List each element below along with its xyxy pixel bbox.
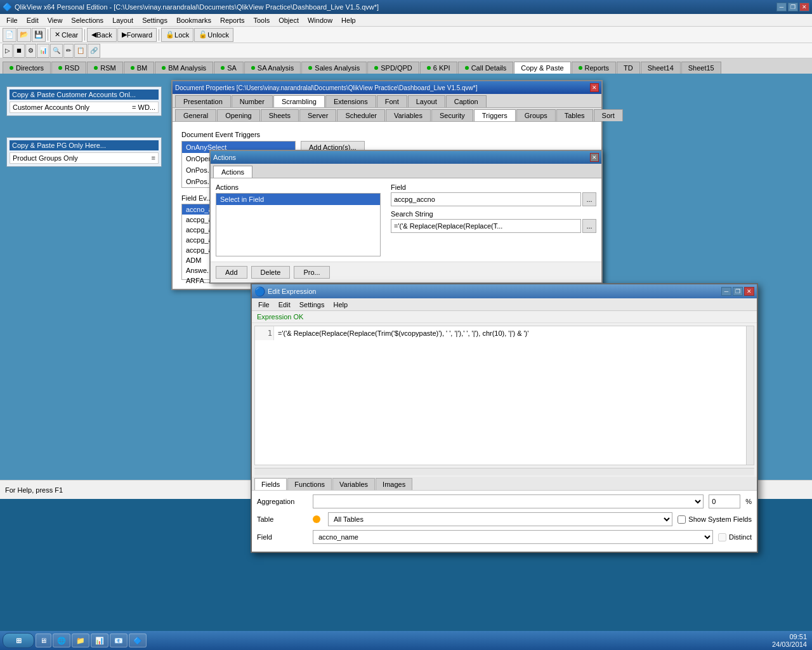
tab-sa-analysis[interactable]: SA Analysis <box>244 62 301 74</box>
expr-menu-file[interactable]: File <box>254 300 273 309</box>
menu-view[interactable]: View <box>44 16 67 25</box>
menu-selections[interactable]: Selections <box>67 16 107 25</box>
show-system-fields-checkbox[interactable] <box>678 515 686 524</box>
tool2[interactable]: ⏹ <box>13 44 25 58</box>
expr-tab-fields[interactable]: Fields <box>254 478 287 490</box>
taskbar-app-2[interactable]: 🌐 <box>53 633 70 647</box>
pct-input[interactable] <box>709 494 740 508</box>
tab-reports[interactable]: Reports <box>572 62 617 74</box>
dtab-layout[interactable]: Layout <box>408 95 445 107</box>
tab-copy-paste[interactable]: Copy & Paste <box>514 62 570 74</box>
taskbar-app-5[interactable]: 📧 <box>110 633 128 647</box>
menu-bookmarks[interactable]: Bookmarks <box>173 16 215 25</box>
expr-tab-variables[interactable]: Variables <box>332 478 375 490</box>
menu-reports[interactable]: Reports <box>216 16 249 25</box>
menu-file[interactable]: File <box>3 16 22 25</box>
edit-expr-restore-btn[interactable]: ❐ <box>733 287 743 296</box>
taskbar-app-3[interactable]: 📁 <box>72 633 89 647</box>
clear-btn[interactable]: ✕ Clear <box>50 28 82 42</box>
dtab-number[interactable]: Number <box>232 95 273 107</box>
open-btn[interactable]: 📂 <box>17 28 31 42</box>
expr-tab-functions[interactable]: Functions <box>287 478 332 490</box>
dtab-security[interactable]: Security <box>431 109 473 121</box>
tab-td[interactable]: TD <box>617 62 640 74</box>
edit-expr-minimize-btn[interactable]: ─ <box>721 287 731 296</box>
save-btn[interactable]: 💾 <box>32 28 46 42</box>
tool6[interactable]: ✏ <box>63 44 74 58</box>
expr-menu-edit[interactable]: Edit <box>275 300 294 309</box>
tab-bm-analysis[interactable]: BM Analysis <box>155 62 213 74</box>
expr-code-content[interactable]: ='('& Replace(Replace(Replace(Trim('$(vc… <box>275 326 754 340</box>
tool7[interactable]: 📋 <box>74 44 87 58</box>
dtab-triggers[interactable]: Triggers <box>474 109 516 121</box>
back-btn[interactable]: ◀ Back <box>87 28 116 42</box>
action-select-in-field[interactable]: Select in Field <box>216 194 380 205</box>
menu-window[interactable]: Window <box>304 16 336 25</box>
dtab-server[interactable]: Server <box>299 109 336 121</box>
unlock-btn[interactable]: 🔓 Unlock <box>194 28 233 42</box>
tab-call-details[interactable]: Call Details <box>458 62 514 74</box>
dtab-variables[interactable]: Variables <box>386 109 431 121</box>
promote-small-button[interactable]: Pro... <box>294 266 329 279</box>
menu-layout[interactable]: Layout <box>108 16 137 25</box>
menu-help[interactable]: Help <box>337 16 360 25</box>
expr-hscrollbar[interactable] <box>254 468 754 475</box>
tab-rsd[interactable]: RSD <box>51 62 86 74</box>
expr-editor-area[interactable]: 1 ='('& Replace(Replace(Replace(Trim('$(… <box>254 326 754 465</box>
tab-sheet15[interactable]: Sheet15 <box>681 62 721 74</box>
tool5[interactable]: 🔍 <box>50 44 63 58</box>
field-select[interactable]: accno_name <box>313 530 713 544</box>
tab-sheet14[interactable]: Sheet14 <box>641 62 681 74</box>
expr-menu-help[interactable]: Help <box>329 300 351 309</box>
search-string-browse-btn[interactable]: ... <box>582 219 596 233</box>
add-button[interactable]: Add <box>216 266 247 279</box>
dtab-sort[interactable]: Sort <box>594 109 623 121</box>
close-button[interactable]: ✕ <box>799 3 809 11</box>
tab-spd-qpd[interactable]: SPD/QPD <box>367 62 419 74</box>
expr-scrollbar[interactable] <box>746 326 754 465</box>
start-button[interactable]: ⊞ <box>3 633 34 648</box>
new-btn[interactable]: 📄 <box>3 28 16 42</box>
tool1[interactable]: ▷ <box>3 44 13 58</box>
actions-tab-actions[interactable]: Actions <box>213 166 252 178</box>
edit-expr-close-btn[interactable]: ✕ <box>744 287 754 296</box>
expr-menu-settings[interactable]: Settings <box>296 300 329 309</box>
aggregation-select[interactable] <box>313 494 704 508</box>
dtab-presentation[interactable]: Presentation <box>175 95 231 107</box>
tool8[interactable]: 🔗 <box>88 44 100 58</box>
expr-tab-images[interactable]: Images <box>376 478 412 490</box>
tab-directors[interactable]: Directors <box>3 62 51 74</box>
field-browse-btn[interactable]: ... <box>582 192 596 206</box>
tab-sa[interactable]: SA <box>214 62 244 74</box>
forward-btn[interactable]: ▶ Forward <box>117 28 157 42</box>
actions-dialog-close-btn[interactable]: ✕ <box>590 153 599 162</box>
tab-sales-analysis[interactable]: Sales Analysis <box>301 62 367 74</box>
dtab-groups[interactable]: Groups <box>516 109 556 121</box>
menu-settings[interactable]: Settings <box>138 16 171 25</box>
tab-bm[interactable]: BM <box>124 62 155 74</box>
actions-listbox[interactable]: Select in Field <box>216 193 381 256</box>
table-select[interactable]: All Tables <box>328 512 672 526</box>
dtab-caption[interactable]: Caption <box>446 95 487 107</box>
dtab-font[interactable]: Font <box>377 95 407 107</box>
tool3[interactable]: ⚙ <box>25 44 36 58</box>
taskbar-app-4[interactable]: 📊 <box>91 633 108 647</box>
menu-tools[interactable]: Tools <box>249 16 273 25</box>
menu-edit[interactable]: Edit <box>23 16 43 25</box>
distinct-checkbox[interactable] <box>718 533 726 541</box>
taskbar-app-1[interactable]: 🖥 <box>36 633 51 647</box>
tool4[interactable]: 📊 <box>37 44 49 58</box>
tab-6kpi[interactable]: 6 KPI <box>420 62 457 74</box>
menu-object[interactable]: Object <box>275 16 303 25</box>
dtab-tables[interactable]: Tables <box>556 109 593 121</box>
doc-props-close-btn[interactable]: ✕ <box>590 83 599 92</box>
dtab-extensions[interactable]: Extensions <box>325 95 376 107</box>
restore-button[interactable]: ❐ <box>788 3 798 11</box>
field-value-input[interactable] <box>391 192 581 206</box>
dtab-scrambling[interactable]: Scrambling <box>273 95 325 107</box>
dtab-general[interactable]: General <box>175 109 216 121</box>
dtab-sheets[interactable]: Sheets <box>261 109 299 121</box>
dtab-opening[interactable]: Opening <box>217 109 260 121</box>
tab-rsm[interactable]: RSM <box>87 62 122 74</box>
minimize-button[interactable]: ─ <box>776 3 787 11</box>
